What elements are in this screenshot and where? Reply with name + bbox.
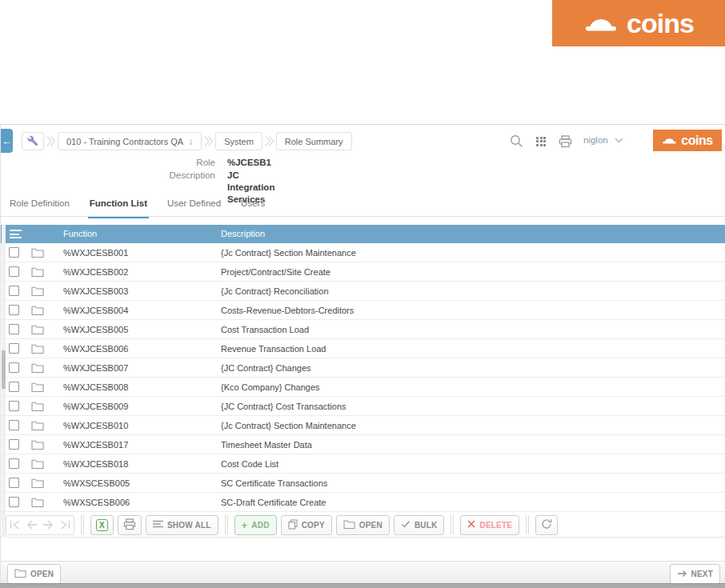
x-icon bbox=[467, 520, 475, 530]
table-row[interactable]: %WXJCESB010 {Jc Contract} Section Mainte… bbox=[1, 416, 725, 435]
row-checkbox[interactable] bbox=[9, 362, 19, 373]
left-scrollbar-thumb[interactable] bbox=[2, 350, 6, 389]
folder-icon[interactable] bbox=[31, 458, 44, 473]
row-checkbox[interactable] bbox=[9, 266, 19, 277]
row-checkbox[interactable] bbox=[9, 401, 19, 411]
folder-icon[interactable] bbox=[31, 247, 44, 262]
table-row[interactable]: %WXJCESB006 Revenue Transaction Load bbox=[1, 339, 725, 358]
row-checkbox[interactable] bbox=[9, 420, 19, 430]
breadcrumb-page-label: Role Summary bbox=[285, 137, 343, 146]
row-checkbox[interactable] bbox=[9, 497, 19, 507]
row-checkbox[interactable] bbox=[9, 286, 19, 296]
table-row[interactable]: %WXJCESB018 Cost Code List bbox=[1, 454, 725, 474]
coins-logo-header[interactable]: coins bbox=[653, 130, 722, 151]
tab-user-defined[interactable]: User Defined bbox=[167, 198, 221, 213]
table-row[interactable]: %WXJCESB003 {Jc Contract} Reconciliation bbox=[1, 282, 725, 301]
print-icon[interactable] bbox=[559, 135, 572, 148]
row-checkbox[interactable] bbox=[9, 305, 19, 315]
breadcrumb-company[interactable]: 010 - Training Contractors QA ↓ bbox=[58, 132, 202, 150]
folder-icon[interactable] bbox=[31, 305, 44, 319]
function-description: {Jc Contract} Section Maintenance bbox=[221, 416, 356, 435]
row-checkbox[interactable] bbox=[9, 343, 19, 354]
folder-icon[interactable] bbox=[31, 266, 44, 281]
user-menu[interactable]: niglon bbox=[583, 135, 623, 145]
folder-icon[interactable] bbox=[31, 382, 44, 396]
role-label: Role bbox=[81, 157, 215, 169]
folder-icon bbox=[14, 568, 26, 580]
next-page-icon[interactable] bbox=[40, 516, 57, 534]
function-code: %WXJCESB018 bbox=[63, 454, 128, 474]
function-code: %WXJCESB005 bbox=[63, 320, 128, 339]
folder-icon[interactable] bbox=[31, 401, 44, 415]
tab-users[interactable]: Users bbox=[241, 198, 265, 213]
function-code: %WXSCESB006 bbox=[63, 493, 130, 512]
table-row[interactable]: %WXSCESB005 SC Certificate Transactions bbox=[1, 474, 725, 493]
print-list-button[interactable] bbox=[118, 515, 142, 535]
add-button[interactable]: + ADD bbox=[234, 515, 277, 535]
table-row[interactable]: %WXJCESB005 Cost Transaction Load bbox=[1, 320, 725, 339]
function-code: %WXJCESB009 bbox=[63, 397, 128, 416]
wrench-icon bbox=[27, 135, 38, 148]
prev-page-icon[interactable] bbox=[23, 516, 40, 534]
tab-bar: Role Definition Function List User Defin… bbox=[10, 198, 265, 213]
row-checkbox[interactable] bbox=[9, 382, 19, 392]
breadcrumb-tools-chip[interactable] bbox=[22, 132, 44, 150]
row-checkbox[interactable] bbox=[9, 439, 19, 450]
column-menu-icon[interactable] bbox=[10, 230, 22, 241]
table-row[interactable]: %WXSCESB006 SC-Draft Certificate Create bbox=[1, 493, 725, 512]
row-checkbox[interactable] bbox=[9, 478, 19, 488]
folder-icon[interactable] bbox=[31, 478, 44, 492]
folder-icon[interactable] bbox=[31, 420, 44, 434]
table-row[interactable]: %WXJCESB001 {Jc Contract} Section Mainte… bbox=[1, 243, 725, 262]
open-button[interactable]: OPEN bbox=[336, 515, 390, 535]
function-description: Revenue Transaction Load bbox=[221, 339, 326, 358]
table-row[interactable]: %WXJCESB004 Costs-Revenue-Debtors-Credit… bbox=[1, 301, 725, 320]
column-header-description[interactable]: Description bbox=[221, 225, 265, 243]
footer-next-button[interactable]: NEXT bbox=[670, 564, 720, 584]
function-code: %WXSCESB005 bbox=[63, 474, 130, 493]
table-row[interactable]: %WXJCESB002 Project/Contract/Site Create bbox=[1, 262, 725, 282]
folder-icon[interactable] bbox=[31, 286, 44, 300]
function-code: %WXJCESB010 bbox=[63, 416, 128, 435]
table-row[interactable]: %WXJCESB007 {JC Contract} Changes bbox=[1, 358, 725, 378]
table-row[interactable]: %WXJCESB008 {Kco Company} Changes bbox=[1, 378, 725, 397]
folder-icon[interactable] bbox=[31, 343, 44, 358]
copy-button[interactable]: COPY bbox=[281, 515, 332, 535]
breadcrumb-module[interactable]: System bbox=[215, 132, 262, 150]
back-button[interactable]: ← bbox=[1, 129, 13, 153]
search-icon[interactable] bbox=[510, 134, 523, 148]
apps-grid-icon[interactable] bbox=[536, 137, 546, 146]
folder-icon[interactable] bbox=[31, 362, 44, 377]
function-description: SC-Draft Certificate Create bbox=[221, 493, 326, 512]
row-checkbox[interactable] bbox=[9, 458, 19, 469]
breadcrumb-page[interactable]: Role Summary bbox=[276, 132, 352, 150]
arrow-right-icon bbox=[677, 570, 687, 579]
breadcrumb-company-label: 010 - Training Contractors QA bbox=[66, 137, 183, 146]
folder-icon[interactable] bbox=[31, 439, 44, 454]
function-code: %WXJCESB008 bbox=[63, 378, 128, 397]
toolbar-divider bbox=[81, 515, 84, 534]
function-description: {Jc Contract} Reconciliation bbox=[221, 282, 329, 301]
table-row[interactable]: %WXJCESB009 {JC Contract} Cost Transacti… bbox=[1, 397, 725, 416]
export-excel-button[interactable]: X bbox=[90, 515, 114, 535]
folder-icon[interactable] bbox=[31, 497, 44, 511]
delete-button[interactable]: DELETE bbox=[460, 515, 519, 535]
tab-role-definition[interactable]: Role Definition bbox=[10, 198, 70, 213]
row-checkbox[interactable] bbox=[9, 324, 19, 334]
first-page-icon[interactable] bbox=[6, 516, 23, 534]
company-dropdown-icon[interactable]: ↓ bbox=[188, 136, 193, 147]
show-all-button[interactable]: SHOW ALL bbox=[146, 515, 218, 535]
folder-icon[interactable] bbox=[31, 324, 44, 338]
last-page-icon[interactable] bbox=[57, 516, 74, 534]
table-row[interactable]: %WXJCESB017 Timesheet Master Data bbox=[1, 435, 725, 454]
column-header-function[interactable]: Function bbox=[63, 225, 97, 243]
row-checkbox[interactable] bbox=[9, 247, 19, 258]
description-label: Description bbox=[81, 170, 215, 182]
footer-open-button[interactable]: OPEN bbox=[7, 564, 61, 584]
toolbar-divider bbox=[225, 515, 228, 534]
function-description: Costs-Revenue-Debtors-Creditors bbox=[221, 301, 354, 320]
header-actions bbox=[510, 134, 585, 148]
tab-function-list[interactable]: Function List bbox=[90, 198, 147, 213]
refresh-button[interactable] bbox=[535, 515, 558, 535]
bulk-button[interactable]: BULK bbox=[394, 515, 445, 535]
